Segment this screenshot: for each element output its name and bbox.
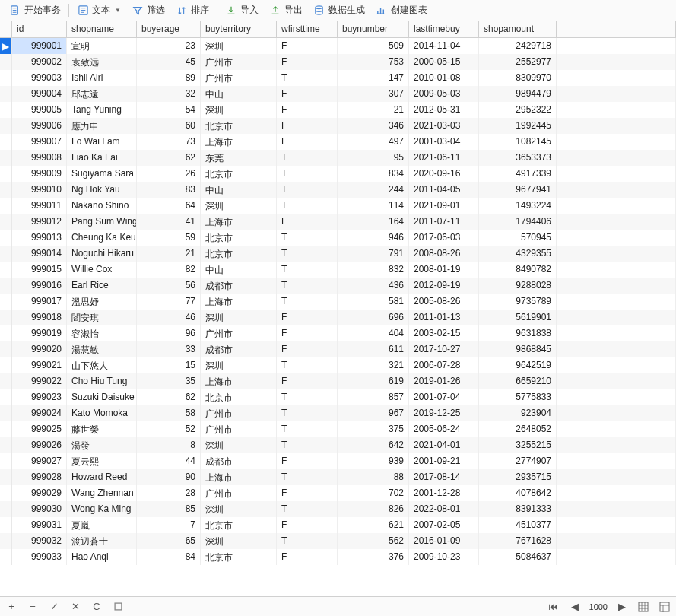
column-header-buynumber[interactable]: buynumber: [338, 21, 409, 37]
cell-wfirsttime[interactable]: F: [277, 310, 338, 325]
cell-id[interactable]: 999020: [12, 341, 67, 357]
cell-buyerage[interactable]: 52: [137, 421, 201, 437]
cell-buynumber[interactable]: 95: [338, 150, 409, 166]
row-indicator[interactable]: [0, 70, 12, 86]
cell-shopname[interactable]: 湯發: [67, 437, 137, 453]
cell-buynumber[interactable]: 642: [338, 437, 409, 453]
cell-id[interactable]: 999014: [12, 246, 67, 262]
cell-lasttimebuy[interactable]: 2019-01-26: [409, 373, 479, 389]
add-row-button[interactable]: +: [5, 600, 18, 614]
cell-id[interactable]: 999016: [12, 278, 67, 294]
cell-buyerage[interactable]: 89: [137, 70, 201, 86]
row-indicator[interactable]: [0, 517, 12, 533]
row-indicator[interactable]: [0, 198, 12, 214]
cell-id[interactable]: 999030: [12, 501, 67, 517]
cell-wfirsttime[interactable]: F: [277, 549, 338, 565]
column-header-shopamount[interactable]: shopamount: [479, 21, 557, 37]
cell-lasttimebuy[interactable]: 2008-01-19: [409, 262, 479, 278]
cell-shopamount[interactable]: 923904: [479, 405, 557, 421]
column-header-wfirsttime[interactable]: wfirsttime: [277, 21, 338, 37]
cell-shopamount[interactable]: 9868845: [479, 341, 557, 357]
cell-shopname[interactable]: 夏云熙: [67, 453, 137, 469]
cell-lasttimebuy[interactable]: 2019-12-25: [409, 405, 479, 421]
cell-lasttimebuy[interactable]: 2005-06-24: [409, 421, 479, 437]
cell-buynumber[interactable]: 307: [338, 86, 409, 102]
cell-id[interactable]: 999015: [12, 262, 67, 278]
cell-buyterritory[interactable]: 广州市: [201, 70, 277, 86]
import-button[interactable]: 导入: [221, 2, 263, 18]
cell-buynumber[interactable]: 88: [338, 469, 409, 485]
row-indicator[interactable]: [0, 453, 12, 469]
cell-shopamount[interactable]: 2429718: [479, 38, 557, 54]
cell-id[interactable]: 999029: [12, 485, 67, 501]
cell-lasttimebuy[interactable]: 2003-02-15: [409, 325, 479, 341]
cell-shopamount[interactable]: 9677941: [479, 182, 557, 198]
cell-buyerage[interactable]: 96: [137, 325, 201, 341]
cell-lasttimebuy[interactable]: 2021-03-03: [409, 118, 479, 134]
cell-wfirsttime[interactable]: T: [277, 166, 338, 182]
cell-buyerage[interactable]: 8: [137, 437, 201, 453]
cell-buyterritory[interactable]: 深圳: [201, 102, 277, 118]
cell-buyerage[interactable]: 46: [137, 310, 201, 325]
cell-id[interactable]: 999004: [12, 86, 67, 102]
cell-buynumber[interactable]: 967: [338, 405, 409, 421]
cell-wfirsttime[interactable]: T: [277, 278, 338, 294]
cell-buyterritory[interactable]: 深圳: [201, 501, 277, 517]
cell-wfirsttime[interactable]: F: [277, 373, 338, 389]
table-row[interactable]: 999018閻安琪46深圳F6962011-01-135619901: [0, 310, 676, 325]
refresh-button[interactable]: C: [90, 600, 103, 614]
table-row[interactable]: 999004邱志遠32中山F3072009-05-039894479: [0, 86, 676, 102]
table-row[interactable]: 999021山下悠人15深圳T3212006-07-289642519: [0, 357, 676, 373]
cell-buyerage[interactable]: 15: [137, 357, 201, 373]
row-indicator[interactable]: [0, 262, 12, 278]
cell-shopname[interactable]: 應力申: [67, 118, 137, 134]
row-indicator[interactable]: [0, 86, 12, 102]
cell-buynumber[interactable]: 946: [338, 230, 409, 246]
cell-buyerage[interactable]: 64: [137, 198, 201, 214]
cell-buyerage[interactable]: 41: [137, 214, 201, 230]
filter-button[interactable]: 筛选: [127, 2, 170, 18]
cell-shopamount[interactable]: 5775833: [479, 389, 557, 405]
row-indicator-header[interactable]: [0, 21, 12, 37]
cell-shopamount[interactable]: 4510377: [479, 517, 557, 533]
cell-lasttimebuy[interactable]: 2005-08-26: [409, 294, 479, 310]
cell-shopname[interactable]: Ng Hok Yau: [67, 182, 137, 198]
cell-lasttimebuy[interactable]: 2009-10-23: [409, 549, 479, 565]
cell-buynumber[interactable]: 696: [338, 310, 409, 325]
cell-buynumber[interactable]: 497: [338, 134, 409, 150]
cell-lasttimebuy[interactable]: 2006-07-28: [409, 357, 479, 373]
cell-lasttimebuy[interactable]: 2001-03-04: [409, 134, 479, 150]
cell-shopname[interactable]: Cheung Ka Keu: [67, 230, 137, 246]
cell-shopamount[interactable]: 6659210: [479, 373, 557, 389]
cell-wfirsttime[interactable]: F: [277, 325, 338, 341]
cell-buyerage[interactable]: 44: [137, 453, 201, 469]
cell-lasttimebuy[interactable]: 2000-05-15: [409, 54, 479, 70]
sort-button[interactable]: 排序: [171, 2, 214, 18]
row-indicator[interactable]: [0, 102, 12, 118]
cell-wfirsttime[interactable]: F: [277, 54, 338, 70]
first-page-button[interactable]: ⏮: [547, 600, 560, 614]
table-row[interactable]: 999026湯發8深圳T6422021-04-013255215: [0, 437, 676, 453]
cell-shopname[interactable]: 渡辺蒼士: [67, 533, 137, 549]
cell-buyterritory[interactable]: 深圳: [201, 437, 277, 453]
row-indicator[interactable]: [0, 341, 12, 357]
cell-buyterritory[interactable]: 广州市: [201, 325, 277, 341]
cell-wfirsttime[interactable]: T: [277, 230, 338, 246]
column-header-buyerage[interactable]: buyerage: [137, 21, 201, 37]
cell-shopname[interactable]: Hao Anqi: [67, 549, 137, 565]
cell-buyterritory[interactable]: 深圳: [201, 357, 277, 373]
cell-wfirsttime[interactable]: T: [277, 389, 338, 405]
export-button[interactable]: 导出: [265, 2, 307, 18]
cell-id[interactable]: 999026: [12, 437, 67, 453]
row-indicator[interactable]: [0, 230, 12, 246]
cell-wfirsttime[interactable]: T: [277, 357, 338, 373]
cell-shopname[interactable]: Liao Ka Fai: [67, 150, 137, 166]
cell-wfirsttime[interactable]: F: [277, 102, 338, 118]
cell-shopname[interactable]: Wong Ka Ming: [67, 501, 137, 517]
cell-id[interactable]: 999007: [12, 134, 67, 150]
cell-shopname[interactable]: 湯慧敏: [67, 341, 137, 357]
cell-shopname[interactable]: 溫思妤: [67, 294, 137, 310]
cell-lasttimebuy[interactable]: 2022-08-01: [409, 501, 479, 517]
cell-buyterritory[interactable]: 广州市: [201, 54, 277, 70]
table-row[interactable]: 999015Willie Cox82中山T8322008-01-19849078…: [0, 262, 676, 278]
